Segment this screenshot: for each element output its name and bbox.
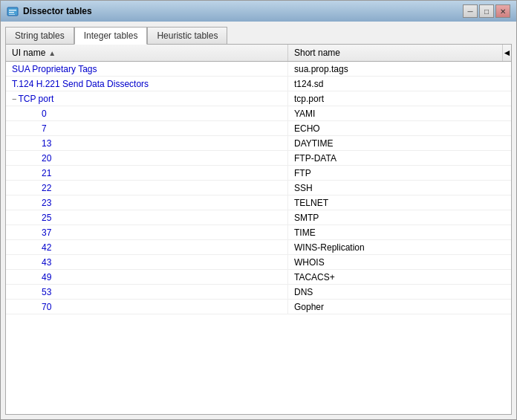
cell-short-name: sua.prop.tags (288, 62, 511, 76)
cell-short-name: DNS (288, 285, 511, 299)
cell-ui-name: 21 (6, 166, 288, 180)
maximize-button[interactable]: □ (479, 4, 494, 18)
tab-bar: String tables Integer tables Heuristic t… (5, 26, 512, 44)
cell-ui-name: − TCP port (6, 91, 288, 106)
cell-ui-name: 25 (6, 210, 288, 224)
table-body[interactable]: SUA Proprietary Tags sua.prop.tags T.124… (6, 62, 511, 414)
cell-short-name: SSH (288, 181, 511, 195)
table-row[interactable]: 21 FTP (6, 166, 511, 181)
cell-short-name: Gopher (288, 300, 511, 314)
cell-short-name: WHOIS (288, 255, 511, 269)
table-row[interactable]: − TCP port tcp.port (6, 91, 511, 106)
cell-ui-name: 20 (6, 151, 288, 165)
cell-ui-name: 49 (6, 270, 288, 284)
cell-ui-name: 22 (6, 181, 288, 195)
cell-ui-name: 13 (6, 136, 288, 150)
tab-string-tables[interactable]: String tables (5, 27, 74, 45)
cell-short-name: FTP-DATA (288, 151, 511, 165)
cell-ui-name: SUA Proprietary Tags (6, 62, 288, 76)
table-row[interactable]: 42 WINS-Replication (6, 240, 511, 255)
cell-ui-name: 23 (6, 196, 288, 210)
collapse-icon[interactable]: − (12, 94, 16, 103)
table-row[interactable]: T.124 H.221 Send Data Dissectors t124.sd (6, 77, 511, 91)
table-row[interactable]: 37 TIME (6, 225, 511, 240)
table-row[interactable]: 13 DAYTIME (6, 136, 511, 151)
tab-integer-tables[interactable]: Integer tables (74, 27, 148, 45)
cell-ui-name: 42 (6, 240, 288, 254)
table-row[interactable]: 23 TELNET (6, 196, 511, 210)
table-row[interactable]: 53 DNS (6, 285, 511, 300)
table-row[interactable]: 7 ECHO (6, 121, 511, 136)
cell-ui-name: 0 (6, 106, 288, 120)
svg-rect-3 (9, 14, 15, 15)
cell-short-name: TELNET (288, 196, 511, 210)
table-row[interactable]: 20 FTP-DATA (6, 151, 511, 166)
title-bar: Dissector tables ─ □ ✕ (1, 1, 516, 22)
cell-short-name: ECHO (288, 121, 511, 135)
window-title: Dissector tables (23, 6, 458, 16)
svg-rect-2 (9, 12, 14, 13)
sort-arrow-ui-name: ▲ (48, 49, 56, 57)
cell-short-name: t124.sd (288, 77, 511, 91)
tab-heuristic-tables[interactable]: Heuristic tables (147, 27, 227, 45)
cell-ui-name: 37 (6, 225, 288, 239)
cell-ui-name: 53 (6, 285, 288, 299)
cell-ui-name: T.124 H.221 Send Data Dissectors (6, 77, 288, 91)
table-row[interactable]: SUA Proprietary Tags sua.prop.tags (6, 62, 511, 77)
cell-short-name: tcp.port (288, 91, 511, 106)
content-area: String tables Integer tables Heuristic t… (1, 22, 516, 419)
cell-short-name: TIME (288, 225, 511, 239)
window-icon (7, 5, 19, 17)
minimize-button[interactable]: ─ (463, 4, 478, 18)
cell-short-name: TACACS+ (288, 270, 511, 284)
cell-ui-name: 70 (6, 300, 288, 314)
table-row[interactable]: 25 SMTP (6, 210, 511, 225)
cell-short-name: SMTP (288, 210, 511, 224)
cell-short-name: YAMI (288, 106, 511, 120)
column-header-short-name[interactable]: Short name (288, 45, 502, 61)
table-row[interactable]: 70 Gopher (6, 300, 511, 314)
cell-short-name: FTP (288, 166, 511, 180)
cell-short-name: WINS-Replication (288, 240, 511, 254)
table-header: UI name ▲ Short name ◄ (6, 45, 511, 62)
table-row[interactable]: 22 SSH (6, 181, 511, 196)
column-resize-handle[interactable]: ◄ (502, 45, 511, 61)
main-window: Dissector tables ─ □ ✕ String tables Int… (0, 0, 517, 420)
svg-rect-1 (9, 10, 16, 11)
table-row[interactable]: 0 YAMI (6, 106, 511, 121)
close-button[interactable]: ✕ (495, 4, 510, 18)
main-table: UI name ▲ Short name ◄ SUA Proprietary T… (5, 44, 512, 415)
column-header-ui-name[interactable]: UI name ▲ (6, 45, 288, 61)
cell-ui-name: 7 (6, 121, 288, 135)
table-row[interactable]: 43 WHOIS (6, 255, 511, 270)
table-row[interactable]: 49 TACACS+ (6, 270, 511, 285)
title-bar-buttons: ─ □ ✕ (463, 4, 510, 18)
cell-ui-name: 43 (6, 255, 288, 269)
cell-short-name: DAYTIME (288, 136, 511, 150)
